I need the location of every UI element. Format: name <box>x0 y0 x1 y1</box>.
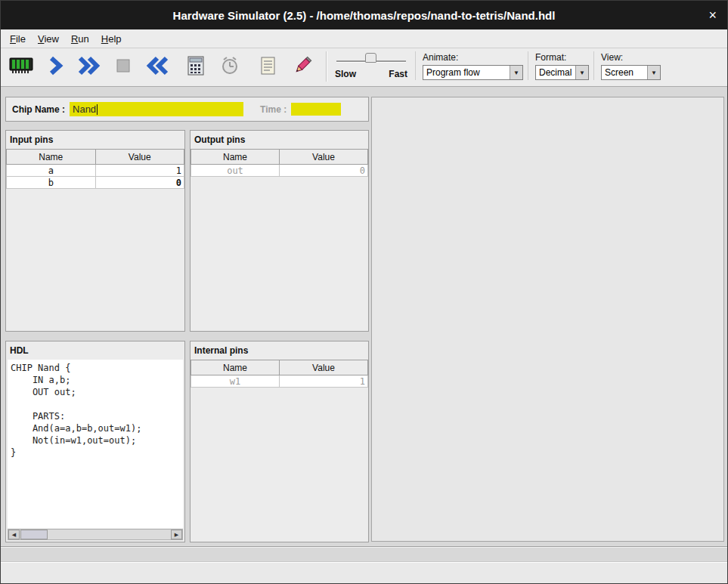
clock-button[interactable] <box>214 51 246 82</box>
hdl-code: CHIP Nand { IN a,b; OUT out; PARTS: And(… <box>8 360 183 461</box>
menu-file[interactable]: File <box>4 31 32 47</box>
bottom-divider <box>1 546 727 548</box>
main-content: Chip Name : Nand Time : Input pins Name … <box>1 87 727 546</box>
view-group: View: Screen ▼ <box>593 51 661 80</box>
pin-value-cell: 1 <box>280 375 368 388</box>
edit-button[interactable] <box>287 51 318 82</box>
time-input[interactable] <box>291 103 341 116</box>
fast-forward-icon <box>76 55 102 79</box>
window-title: Hardware Simulator (2.5) - /home/thomas/… <box>173 9 556 22</box>
toolbar-separator <box>326 51 327 82</box>
chip-name-bar: Chip Name : Nand Time : <box>5 97 369 122</box>
animate-value: Program flow <box>423 66 510 79</box>
hdl-horizontal-scrollbar[interactable]: ◀ ▶ <box>8 529 183 540</box>
slider-thumb[interactable] <box>365 53 376 63</box>
title-bar: Hardware Simulator (2.5) - /home/thomas/… <box>1 1 727 29</box>
column-header-name: Name <box>191 150 280 165</box>
hdl-code-area: CHIP Nand { IN a,b; OUT out; PARTS: And(… <box>8 360 183 528</box>
run-button[interactable] <box>73 51 105 82</box>
chip-name-value: Nand <box>73 104 96 115</box>
column-header-value: Value <box>280 360 368 375</box>
scroll-left-icon[interactable]: ◀ <box>8 530 20 539</box>
menu-run[interactable]: Run <box>65 31 95 47</box>
pin-name-cell: w1 <box>191 375 280 388</box>
internal-pins-title: Internal pins <box>191 341 368 358</box>
speed-slider[interactable] <box>335 51 407 66</box>
scroll-right-icon[interactable]: ▶ <box>171 530 182 539</box>
table-row: out 0 <box>191 165 368 177</box>
reset-button[interactable] <box>141 51 173 82</box>
internal-pins-panel: Internal pins Name Value w1 1 <box>190 341 369 542</box>
script-document-icon <box>259 55 278 79</box>
menu-help[interactable]: Help <box>95 31 128 47</box>
fast-label: Fast <box>389 69 407 79</box>
view-select[interactable]: Screen ▼ <box>601 65 661 80</box>
pin-value-cell[interactable]: 0 <box>95 177 184 189</box>
script-button[interactable] <box>252 51 284 82</box>
table-row: b 0 <box>7 177 184 189</box>
chevron-down-icon[interactable]: ▼ <box>510 66 522 79</box>
hdl-panel: HDL CHIP Nand { IN a,b; OUT out; PARTS: … <box>5 341 185 542</box>
speed-slider-group: Slow Fast <box>335 51 407 79</box>
time-label: Time : <box>260 104 287 115</box>
output-pins-title: Output pins <box>191 131 368 147</box>
table-row: a 1 <box>7 165 184 177</box>
memory-chip-icon <box>9 56 33 78</box>
pin-name-cell: out <box>191 165 280 177</box>
hardware-simulator-window: Hardware Simulator (2.5) - /home/thomas/… <box>0 0 728 584</box>
animate-group: Animate: Program flow ▼ <box>415 51 523 80</box>
hdl-title: HDL <box>6 341 184 358</box>
chevron-down-icon[interactable]: ▼ <box>575 66 588 79</box>
chip-name-input[interactable]: Nand <box>70 102 243 116</box>
animate-select[interactable]: Program flow ▼ <box>423 65 523 80</box>
chip-view-area <box>371 97 724 542</box>
output-pins-table: Name Value out 0 <box>191 149 368 177</box>
menu-bar: File View Run Help <box>1 29 727 48</box>
input-pins-title: Input pins <box>6 131 184 147</box>
text-caret <box>97 104 98 115</box>
format-label: Format: <box>535 52 589 63</box>
pencil-icon <box>292 55 313 79</box>
column-header-name: Name <box>191 360 280 375</box>
chip-name-label: Chip Name : <box>12 104 65 115</box>
pin-value-cell[interactable]: 1 <box>95 165 184 177</box>
close-icon[interactable]: × <box>708 8 717 23</box>
column-header-value: Value <box>280 150 368 165</box>
pin-name-cell: a <box>7 165 96 177</box>
status-bar <box>1 561 727 583</box>
load-chip-button[interactable] <box>5 51 37 82</box>
pin-name-cell: b <box>7 177 96 189</box>
animate-label: Animate: <box>423 52 523 63</box>
scrollbar-thumb[interactable] <box>20 530 48 539</box>
format-group: Format: Decimal ▼ <box>528 51 589 80</box>
pin-value-cell: 0 <box>280 165 368 177</box>
format-value: Decimal <box>536 66 575 79</box>
input-pins-table: Name Value a 1 b 0 <box>6 149 184 189</box>
output-pins-panel: Output pins Name Value out 0 <box>190 130 369 332</box>
calculator-icon <box>186 55 206 79</box>
rewind-icon <box>144 55 170 79</box>
input-pins-panel: Input pins Name Value a 1 b 0 <box>5 130 185 332</box>
chevron-down-icon[interactable]: ▼ <box>647 66 660 79</box>
calculator-button[interactable] <box>180 51 212 82</box>
view-value: Screen <box>602 66 647 79</box>
stop-button[interactable] <box>107 51 139 82</box>
column-header-value: Value <box>95 150 184 165</box>
single-step-button[interactable] <box>39 51 71 82</box>
format-select[interactable]: Decimal ▼ <box>535 65 589 80</box>
single-step-icon <box>45 55 66 79</box>
slow-label: Slow <box>335 69 356 79</box>
table-row: w1 1 <box>191 375 368 388</box>
internal-pins-table: Name Value w1 1 <box>191 360 368 388</box>
menu-view[interactable]: View <box>32 31 65 47</box>
stop-square-icon <box>113 55 134 79</box>
column-header-name: Name <box>7 150 96 165</box>
toolbar: Slow Fast Animate: Program flow ▼ Format… <box>1 48 727 87</box>
view-label: View: <box>601 52 661 63</box>
clock-icon <box>219 55 240 79</box>
